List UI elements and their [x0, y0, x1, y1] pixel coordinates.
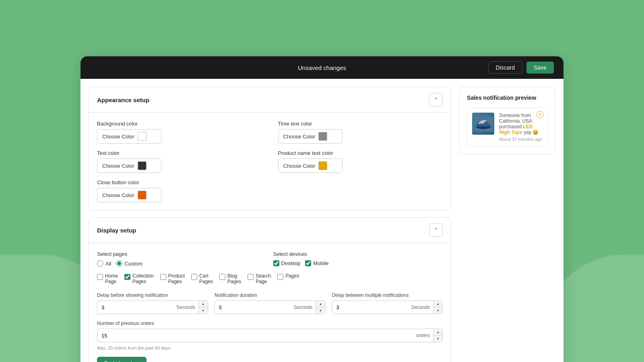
color-grid: Background color Choose Color Time text … — [97, 121, 443, 202]
notification-duration-up[interactable]: ▲ — [316, 301, 325, 307]
prev-orders-stepper: ▲ ▼ — [433, 329, 442, 342]
right-panel: Sales notification preview ✕ — [459, 87, 555, 154]
svg-point-4 — [483, 122, 485, 123]
delay-between-stepper: ▲ ▼ — [433, 301, 442, 314]
radio-custom-option[interactable]: Custom — [116, 260, 142, 267]
search-page-checkbox[interactable] — [248, 274, 254, 280]
bg-color-label-text: Choose Color — [102, 134, 134, 140]
search-page-checkbox-option[interactable]: SearchPage — [248, 273, 271, 284]
mobile-checkbox-option[interactable]: Mobile — [305, 260, 328, 266]
home-page-label: HomePage — [105, 273, 118, 284]
home-page-checkbox-option[interactable]: HomePage — [97, 273, 118, 284]
delay-row: Delay before showing notification Second… — [97, 292, 443, 314]
pages-devices-row: Select pages All Custom — [97, 251, 443, 267]
mobile-checkbox[interactable] — [305, 260, 311, 266]
blog-pages-checkbox[interactable] — [219, 274, 225, 280]
pages-radio-group: All Custom — [97, 260, 267, 267]
delay-between-field: Delay between multiple notifications Sec… — [332, 292, 443, 314]
radio-custom-input[interactable] — [116, 260, 122, 267]
svg-point-3 — [481, 122, 483, 123]
prev-orders-unit: orders — [413, 333, 433, 338]
collection-pages-label: CollectionPages — [132, 273, 154, 284]
notif-close-icon: ✕ — [536, 111, 543, 118]
cart-pages-checkbox[interactable] — [191, 274, 197, 280]
prev-orders-up[interactable]: ▲ — [433, 329, 442, 335]
display-title: Display setup — [97, 227, 136, 234]
notification-preview: ✕ — [467, 107, 548, 147]
product-name-color-picker[interactable]: Choose Color — [278, 158, 343, 173]
collection-pages-checkbox[interactable] — [124, 274, 130, 280]
close-btn-color-swatch — [138, 191, 147, 200]
text-color-label-text: Choose Color — [102, 163, 134, 169]
delay-between-input[interactable] — [332, 302, 408, 313]
top-bar-actions: Discard Save — [488, 62, 554, 74]
cart-pages-checkbox-option[interactable]: CartPages — [191, 273, 213, 284]
desktop-checkbox[interactable] — [273, 260, 279, 266]
delay-before-field: Delay before showing notification Second… — [97, 292, 208, 314]
svg-point-2 — [480, 122, 481, 123]
notification-duration-input-wrap: Seconds ▲ ▼ — [215, 300, 326, 314]
radio-all-label: All — [105, 261, 111, 267]
display-card-header: Display setup ⌃ — [89, 218, 451, 243]
delay-between-up[interactable]: ▲ — [433, 301, 442, 307]
appearance-card: Appearance setup ⌃ Background color Choo… — [89, 87, 451, 211]
mobile-label: Mobile — [313, 260, 328, 266]
pages-checkboxes: HomePage CollectionPages ProductPages — [97, 273, 443, 284]
delay-between-down[interactable]: ▼ — [433, 307, 442, 314]
delay-before-input[interactable] — [97, 302, 173, 313]
notif-text: Someone from California, USA purchased L… — [499, 113, 543, 142]
notif-purchased: purchased — [499, 124, 523, 130]
display-collapse-button[interactable]: ⌃ — [429, 223, 443, 237]
bg-color-picker[interactable]: Choose Color — [97, 129, 161, 144]
prev-orders-helper: Max. 20 orders from the past 60 days — [97, 346, 443, 350]
close-btn-color-label-text: Choose Color — [102, 192, 134, 198]
notification-duration-down[interactable]: ▼ — [316, 307, 325, 314]
bg-color-swatch — [138, 132, 147, 141]
pages-label: Pages — [285, 273, 299, 279]
radio-all-input[interactable] — [97, 260, 103, 267]
save-button[interactable]: Save — [526, 62, 554, 74]
product-name-color-label: Product name text color — [278, 150, 443, 156]
close-btn-color-picker[interactable]: Choose Color — [97, 188, 161, 202]
product-pages-checkbox-option[interactable]: ProductPages — [160, 273, 185, 284]
prev-orders-down[interactable]: ▼ — [433, 335, 442, 342]
collection-pages-checkbox-option[interactable]: CollectionPages — [124, 273, 154, 284]
notification-duration-input[interactable] — [215, 302, 291, 313]
unsaved-changes-title: Unsaved changes — [298, 64, 346, 71]
text-color-label: Text color — [97, 150, 262, 156]
left-panel: Appearance setup ⌃ Background color Choo… — [89, 87, 451, 362]
time-text-color-field: Time text color Choose Color — [278, 121, 443, 144]
text-color-picker[interactable]: Choose Color — [97, 158, 161, 173]
delay-before-input-wrap: Seconds ▲ ▼ — [97, 300, 208, 314]
time-text-color-label: Time text color — [278, 121, 443, 127]
pages-section-label: Select pages — [97, 251, 267, 257]
display-card-body: Select pages All Custom — [89, 243, 451, 362]
blog-pages-checkbox-option[interactable]: BlogPages — [219, 273, 241, 284]
time-text-color-swatch — [318, 132, 327, 141]
notification-duration-unit: Seconds — [291, 304, 316, 310]
preview-title: Sales notification preview — [467, 95, 548, 101]
pages-checkbox-option[interactable]: Pages — [277, 273, 299, 284]
product-pages-label: ProductPages — [168, 273, 185, 284]
prev-orders-input[interactable] — [97, 330, 413, 341]
search-page-label: SearchPage — [256, 273, 271, 284]
radio-all-option[interactable]: All — [97, 260, 111, 267]
notification-duration-label: Notification duration — [215, 292, 326, 298]
time-text-color-picker[interactable]: Choose Color — [278, 129, 343, 144]
delay-before-down[interactable]: ▼ — [199, 307, 208, 314]
appearance-collapse-button[interactable]: ⌃ — [429, 93, 443, 107]
product-name-color-field: Product name text color Choose Color — [278, 150, 443, 173]
time-text-color-label-text: Choose Color — [283, 134, 316, 140]
desktop-checkbox-option[interactable]: Desktop — [273, 260, 301, 266]
delay-before-up[interactable]: ▲ — [199, 301, 208, 307]
delay-before-label: Delay before showing notification — [97, 292, 208, 298]
pages-checkbox[interactable] — [277, 274, 283, 280]
exclude-orders-button[interactable]: Exclude orders — [97, 357, 147, 362]
product-name-color-swatch — [318, 161, 327, 170]
text-color-swatch — [138, 161, 147, 170]
product-pages-checkbox[interactable] — [160, 274, 166, 280]
prev-orders-label: Number of previous orders — [97, 321, 443, 326]
home-page-checkbox[interactable] — [97, 274, 103, 280]
desktop-label: Desktop — [281, 260, 301, 266]
discard-button[interactable]: Discard — [488, 62, 522, 74]
